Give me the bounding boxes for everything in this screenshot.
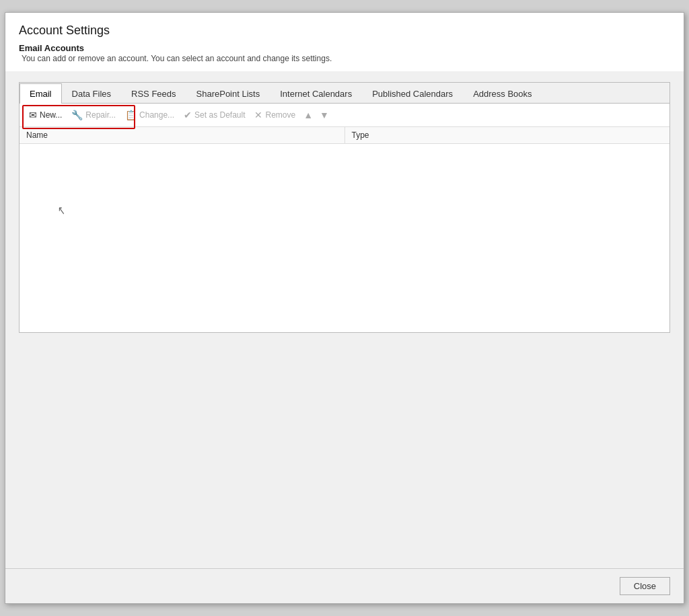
move-up-button[interactable]: ▲ bbox=[301, 108, 316, 122]
table-body: ↖ bbox=[20, 144, 669, 332]
tab-sharepoint-lists[interactable]: SharePoint Lists bbox=[186, 83, 270, 104]
dialog-header: Account Settings Email Accounts You can … bbox=[5, 13, 684, 71]
repair-button[interactable]: 🔧 Repair... bbox=[67, 108, 120, 122]
table-area: Name Type ↖ bbox=[20, 127, 669, 332]
tab-internet-calendars[interactable]: Internet Calendars bbox=[270, 83, 362, 104]
tab-rss-feeds[interactable]: RSS Feeds bbox=[121, 83, 186, 104]
change-icon: 📋 bbox=[125, 110, 137, 120]
toolbar: ✉ New... 🔧 Repair... 📋 Change... ✔ Set a… bbox=[20, 104, 669, 127]
tabs-bar: Email Data Files RSS Feeds SharePoint Li… bbox=[20, 83, 669, 104]
section-description: You can add or remove an account. You ca… bbox=[22, 54, 332, 63]
new-icon: ✉ bbox=[29, 110, 37, 120]
repair-label: Repair... bbox=[85, 110, 116, 120]
move-down-button[interactable]: ▼ bbox=[317, 108, 332, 122]
set-default-label: Set as Default bbox=[194, 110, 245, 120]
col-name-header: Name bbox=[20, 127, 345, 143]
change-label: Change... bbox=[139, 110, 174, 120]
set-default-button[interactable]: ✔ Set as Default bbox=[180, 108, 249, 122]
dialog-footer: Close bbox=[5, 568, 684, 603]
tabs-container: Email Data Files RSS Feeds SharePoint Li… bbox=[19, 82, 670, 333]
dialog-title: Account Settings bbox=[19, 24, 670, 38]
col-type-header: Type bbox=[345, 127, 670, 143]
repair-icon: 🔧 bbox=[71, 110, 83, 120]
table-header: Name Type bbox=[20, 127, 669, 144]
tab-published-calendars[interactable]: Published Calendars bbox=[362, 83, 463, 104]
dialog-content: Email Data Files RSS Feeds SharePoint Li… bbox=[5, 71, 684, 568]
new-label: New... bbox=[40, 110, 62, 120]
remove-button[interactable]: ✕ Remove bbox=[250, 108, 299, 122]
remove-label: Remove bbox=[265, 110, 295, 120]
cursor-indicator: ↖ bbox=[58, 203, 65, 218]
tab-address-books[interactable]: Address Books bbox=[463, 83, 542, 104]
section-heading: Email Accounts bbox=[19, 43, 84, 53]
tab-email[interactable]: Email bbox=[20, 83, 62, 104]
new-button[interactable]: ✉ New... bbox=[25, 108, 66, 122]
remove-icon: ✕ bbox=[254, 110, 262, 120]
change-button[interactable]: 📋 Change... bbox=[121, 108, 178, 122]
account-settings-dialog: Account Settings Email Accounts You can … bbox=[5, 12, 684, 604]
checkmark-icon: ✔ bbox=[184, 110, 192, 120]
tab-data-files[interactable]: Data Files bbox=[62, 83, 122, 104]
close-button[interactable]: Close bbox=[620, 577, 670, 595]
